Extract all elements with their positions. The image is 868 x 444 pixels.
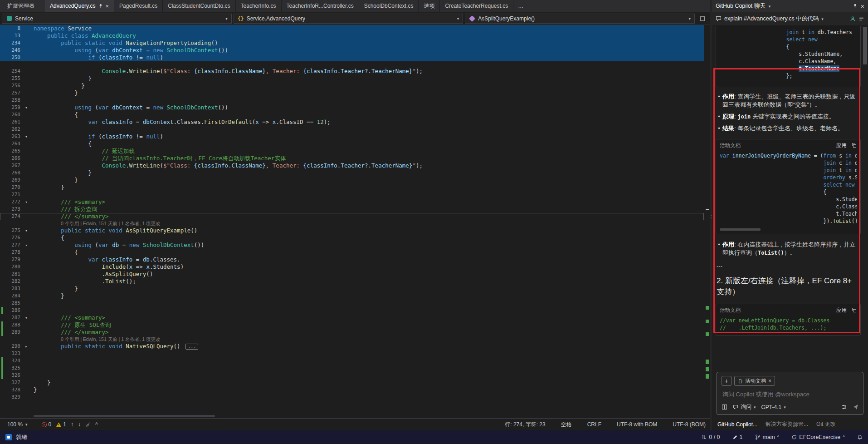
encoding-indicator[interactable]: UTF-8 with BOM — [617, 421, 657, 428]
code-line[interactable]: 260 { — [0, 111, 704, 118]
chat-input-box[interactable]: + 活动文档 × 询问 Copilot 或使用 @workspace — [717, 372, 863, 415]
code-cleanup-button[interactable] — [85, 422, 91, 427]
code-line[interactable]: 327 } — [0, 379, 704, 386]
code-line[interactable]: 326 — [0, 372, 704, 379]
model-dropdown[interactable]: GPT-4.1 ▾ — [761, 404, 786, 410]
fold-toggle-icon[interactable]: ▾ — [23, 242, 30, 249]
copy-icon[interactable] — [851, 143, 857, 148]
code-line[interactable]: 287▾ /// <summary> — [0, 314, 704, 321]
feedback-icon[interactable] — [5, 434, 12, 440]
code-line[interactable]: 290▸ public static void NativeSQLQuery()… — [0, 343, 704, 350]
code-line[interactable]: 324 — [0, 357, 704, 365]
codelens[interactable]: 0 个引用 | Edwin, 151 天前 | 1 名作者, 1 项更改 — [0, 220, 704, 227]
send-button[interactable] — [853, 404, 858, 410]
code-line[interactable]: 268 } — [0, 169, 704, 177]
extension-manager-pane-tab[interactable]: 扩展管理器 — [0, 0, 42, 12]
member-dropdown[interactable]: AsSplitQueryExample() ▾ — [465, 14, 695, 24]
project-dropdown[interactable]: Service ▾ — [2, 14, 232, 24]
document-tab[interactable]: PagedResult.cs — [114, 0, 163, 12]
fold-toggle-icon[interactable]: ▾ — [23, 104, 30, 111]
code-line[interactable]: 267 Console.WriteLine($"Class: {classInf… — [0, 162, 704, 169]
prev-issue-button[interactable]: ↑ — [71, 421, 73, 428]
pending-changes[interactable]: 1 — [732, 434, 743, 440]
code-line[interactable]: 8namespace Service — [0, 25, 704, 32]
chat-scrollbar[interactable] — [863, 27, 867, 64]
apply-button[interactable]: 应用 — [836, 307, 847, 314]
code-line[interactable]: 258 — [0, 97, 704, 104]
encoding-bom-indicator[interactable]: UTF-8 (BOM) — [673, 421, 706, 428]
branch-selector[interactable]: main ^ — [755, 434, 780, 440]
code-line[interactable]: 266 // 当访问classInfo.Teacher时，EF Core将自动加… — [0, 155, 704, 162]
code-line[interactable]: 325 — [0, 365, 704, 372]
code-line[interactable]: 278 { — [0, 249, 704, 256]
code-line[interactable]: 257 } — [0, 89, 704, 97]
close-icon[interactable]: × — [106, 3, 109, 9]
code-line[interactable]: 272▾ /// <summary> — [0, 198, 704, 206]
pin-icon[interactable] — [853, 4, 858, 9]
copy-icon[interactable] — [851, 307, 857, 313]
code-line[interactable]: 286 — [0, 307, 704, 314]
code-line[interactable]: 283 } — [0, 285, 704, 292]
code-line[interactable]: 276 { — [0, 234, 704, 242]
error-indicator[interactable]: 0 — [41, 421, 52, 428]
close-icon[interactable]: × — [861, 3, 864, 10]
code-line[interactable]: 329 — [0, 394, 704, 401]
code-line[interactable]: 281 .AsSplitQuery() — [0, 271, 704, 278]
whitespace-indicator[interactable]: 空格 — [561, 421, 572, 429]
code-line[interactable]: 263▾ if (classInfo != null) — [0, 133, 704, 140]
tools-icon[interactable] — [841, 404, 847, 410]
line-ending-indicator[interactable]: CRLF — [587, 421, 601, 428]
panel-bottom-tab[interactable]: 解决方案资源管... — [766, 420, 808, 428]
code-line[interactable]: 279 var classInfo = db.Classes. — [0, 256, 704, 263]
warning-indicator[interactable]: 1 — [56, 421, 66, 428]
code-line[interactable]: 13 public class AdvancedQuery — [0, 32, 704, 39]
code-line[interactable]: 328} — [0, 386, 704, 394]
document-tab[interactable]: SchoolDbContext.cs — [359, 0, 419, 12]
panel-bottom-tab[interactable]: Git 更改 — [816, 420, 836, 428]
next-issue-button[interactable]: ↓ — [78, 421, 81, 428]
code-line[interactable]: 265 // 延迟加载 — [0, 148, 704, 155]
code-line[interactable]: 255 } — [0, 75, 704, 82]
code-line[interactable]: 277▾ using (var db = new SchoolDbContext… — [0, 242, 704, 249]
chevron-down-icon[interactable]: ▾ — [821, 17, 824, 21]
caret-position[interactable]: 行: 274, 字符: 23 — [505, 421, 545, 429]
git-sync-status[interactable]: 0 / 0 — [701, 434, 720, 440]
code-line[interactable]: 264 { — [0, 140, 704, 148]
code-line[interactable]: 270 } — [0, 184, 704, 191]
code-editor[interactable]: 8namespace Service13 public class Advanc… — [0, 25, 710, 418]
chat-input[interactable]: 询问 Copilot 或使用 @workspace — [722, 390, 858, 399]
code-line[interactable]: 271 — [0, 191, 704, 198]
context-chip[interactable]: 活动文档 × — [734, 376, 775, 386]
document-tab[interactable]: AdvancedQuery.cs× — [45, 0, 114, 12]
document-tab[interactable]: 选项 — [419, 0, 440, 12]
document-tab[interactable]: TeacherInfo.cs — [236, 0, 282, 12]
code-line[interactable]: 323 — [0, 350, 704, 357]
code-line[interactable]: 275▾ public static void AsSplitQueryExam… — [0, 227, 704, 234]
tab-overflow-button[interactable]: … — [513, 0, 528, 12]
conversation-title[interactable]: explain #AdvancedQuery.cs 中的代码 — [724, 15, 819, 23]
notifications-bell[interactable] — [857, 434, 863, 440]
code-line[interactable]: 262 — [0, 126, 704, 133]
document-tab[interactable]: ClassStudentCountDto.cs — [163, 0, 235, 12]
apply-button[interactable]: 应用 — [836, 142, 847, 149]
code-line[interactable]: 280 Include(x => x.Students) — [0, 263, 704, 271]
fold-toggle-icon[interactable]: ▾ — [23, 133, 30, 140]
document-tab[interactable]: CreateTeacherRequest.cs — [440, 0, 513, 12]
chevron-down-icon[interactable]: ▾ — [769, 4, 771, 9]
mode-dropdown[interactable]: 询问 ▾ — [733, 403, 756, 411]
fold-toggle-icon[interactable]: ▾ — [23, 198, 30, 206]
code-line[interactable]: 269 } — [0, 177, 704, 184]
type-dropdown[interactable]: {} Service.AdvancedQuery ▾ — [234, 14, 463, 24]
repo-selector[interactable]: EFCoreExercise ^ — [791, 434, 845, 440]
fold-toggle-icon[interactable]: ▾ — [23, 314, 30, 321]
code-line[interactable]: 274 /// </summary> — [0, 213, 704, 220]
code-line[interactable]: 250 if (classInfo != null) — [0, 54, 704, 61]
code-line[interactable]: 234 public static void NavigationPropert… — [0, 39, 704, 47]
code-line[interactable]: 289 /// </summary> — [0, 329, 704, 336]
codelens[interactable]: 0 个引用 | Edwin, 151 天前 | 1 名作者, 1 项更改 — [0, 336, 704, 343]
fold-toggle-icon[interactable]: ▸ — [23, 343, 30, 350]
code-line[interactable]: 273 /// 拆分查询 — [0, 206, 704, 213]
remove-context-icon[interactable]: × — [768, 378, 771, 384]
code-line[interactable]: 282 .ToList(); — [0, 278, 704, 285]
code-line[interactable]: 254 Console.WriteLine($"Class: {classInf… — [0, 68, 704, 75]
